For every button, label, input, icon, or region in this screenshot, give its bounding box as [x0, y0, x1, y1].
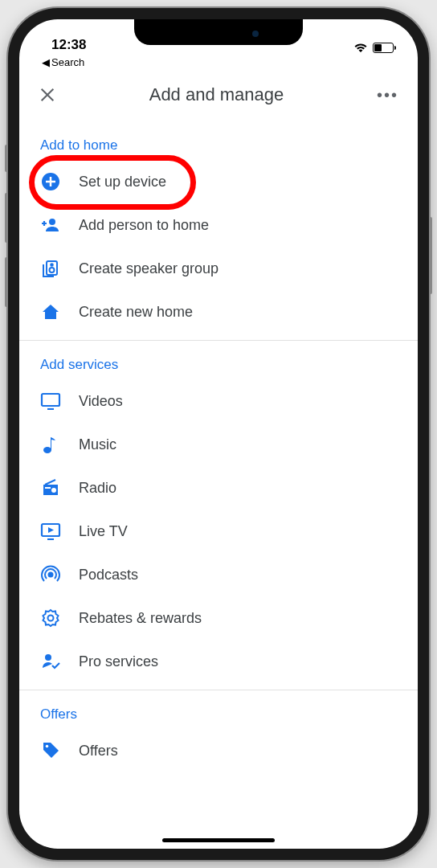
radio-icon	[40, 477, 61, 498]
item-rebates-rewards[interactable]: Rebates & rewards	[19, 596, 418, 640]
list-item-label: Create new home	[79, 304, 193, 321]
screen-header: Add and manage •••	[19, 73, 418, 121]
item-pro-services[interactable]: Pro services	[19, 640, 418, 683]
rebates-icon	[40, 608, 61, 628]
music-icon	[40, 434, 61, 455]
more-icon[interactable]: •••	[377, 86, 398, 104]
item-videos[interactable]: Videos	[19, 379, 418, 423]
svg-point-1	[49, 219, 55, 225]
svg-rect-5	[42, 394, 59, 406]
page-title: Add and manage	[56, 84, 377, 105]
status-time: 12:38	[51, 37, 86, 53]
podcasts-icon	[40, 564, 61, 585]
offers-tag-icon	[40, 740, 61, 761]
item-podcasts[interactable]: Podcasts	[19, 553, 418, 596]
back-caret-icon: ◀	[42, 56, 50, 68]
videos-icon	[40, 391, 61, 411]
wifi-icon	[353, 42, 368, 53]
list-item-label: Create speaker group	[79, 260, 218, 277]
list-item-label: Rebates & rewards	[79, 610, 202, 627]
list-item-label: Live TV	[79, 523, 128, 540]
list-item-label: Offers	[79, 743, 118, 760]
add-person-icon	[40, 215, 61, 235]
home-indicator[interactable]	[162, 838, 275, 842]
item-create-new-home[interactable]: Create new home	[19, 290, 418, 334]
phone-screen: 12:38 ◀ Search Add and manage ••• Add to…	[19, 19, 418, 849]
list-item-label: Radio	[79, 480, 116, 497]
item-music[interactable]: Music	[19, 423, 418, 466]
battery-icon	[373, 43, 394, 53]
list-item-label: Set up device	[79, 174, 166, 190]
item-live-tv[interactable]: Live TV	[19, 510, 418, 553]
section-title-add-services: Add services	[19, 341, 418, 379]
speaker-group-icon	[40, 258, 61, 279]
svg-point-14	[45, 654, 51, 661]
pro-services-icon	[40, 651, 61, 672]
live-tv-icon	[40, 521, 61, 542]
svg-point-7	[43, 447, 51, 453]
notch	[134, 19, 303, 45]
svg-point-12	[49, 573, 53, 577]
list-item-label: Pro services	[79, 653, 158, 670]
svg-point-4	[51, 264, 53, 266]
item-set-up-device[interactable]: Set up device	[19, 160, 418, 203]
svg-point-13	[48, 616, 54, 621]
item-radio[interactable]: Radio	[19, 466, 418, 510]
close-icon[interactable]	[39, 86, 56, 104]
svg-point-15	[46, 745, 49, 748]
item-offers[interactable]: Offers	[19, 729, 418, 772]
item-add-person[interactable]: Add person to home	[19, 203, 418, 247]
plus-circle-icon	[40, 171, 61, 192]
section-title-add-to-home: Add to home	[19, 121, 418, 160]
svg-point-8	[51, 488, 56, 493]
list-item-label: Videos	[79, 393, 123, 410]
back-label: Search	[51, 56, 84, 68]
item-create-speaker-group[interactable]: Create speaker group	[19, 247, 418, 290]
home-icon	[40, 301, 61, 322]
list-item-label: Add person to home	[79, 217, 209, 234]
back-to-search[interactable]: ◀ Search	[19, 55, 418, 73]
svg-rect-9	[45, 487, 51, 489]
svg-point-3	[50, 268, 55, 272]
phone-frame: 12:38 ◀ Search Add and manage ••• Add to…	[8, 8, 429, 860]
section-title-offers: Offers	[19, 690, 418, 729]
list-item-label: Music	[79, 436, 116, 453]
list-item-label: Podcasts	[79, 567, 138, 583]
